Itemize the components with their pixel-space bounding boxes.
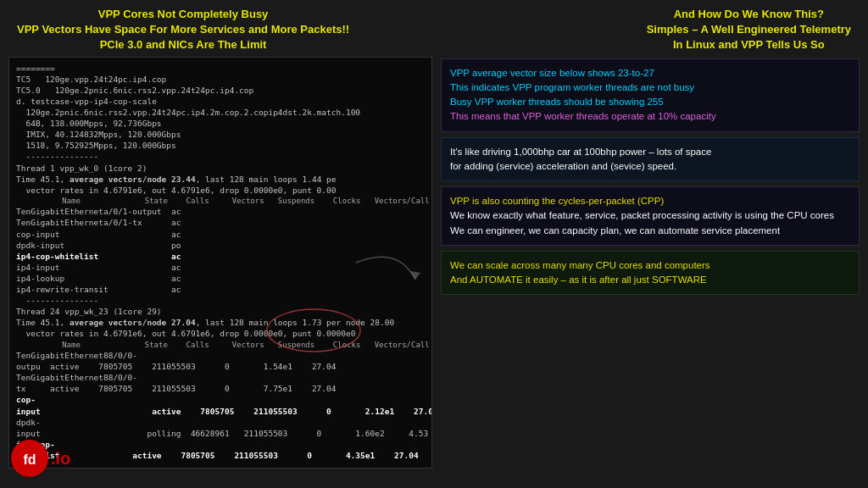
terminal-line: vector rates in 4.6791e6, out 4.6791e6, … — [16, 185, 425, 196]
svg-text:fd: fd — [23, 452, 36, 467]
terminal-line: ip4-input ac — [16, 262, 425, 273]
terminal-line: IMIX, 40.124832Mpps, 120.000Gbps — [16, 129, 425, 140]
terminal-line: cop-input active 7805705 211055503 0 2.1… — [16, 394, 425, 416]
terminal-line: --------------- — [16, 151, 425, 162]
terminal-line: --------------- — [16, 295, 425, 306]
annotation-text-3: VPP is also counting the cycles-per-pack… — [450, 194, 850, 238]
terminal-line: ip4-cop-whitelist ac — [16, 251, 425, 262]
annotation-text-2: It's like driving 1,000bhp car at 100bhp… — [450, 145, 850, 175]
terminal-line: TenGigabitEthernet88/0/0-outpu active 78… — [16, 350, 425, 372]
terminal-line: TC5.0 120ge.2pnic.6nic.rss2.vpp.24t24pc.… — [16, 85, 425, 96]
terminal-line: Time 45.1, average vectors/node 27.04, l… — [16, 317, 425, 328]
annotation-box-2: It's like driving 1,000bhp car at 100bhp… — [441, 137, 860, 182]
thread-24-header: Thread 24 vpp_wk_23 (1core 29) — [16, 306, 425, 317]
terminal-line: ======== — [16, 63, 425, 74]
terminal-col-headers: Name State Calls Vectors Suspends Clocks… — [16, 340, 425, 350]
annotation-area: VPP average vector size below shows 23-t… — [441, 57, 860, 469]
terminal-line: vector rates in 4.6791e6, out 4.6791e6, … — [16, 328, 425, 339]
terminal-line: 120ge.2pnic.6nic.rss2.vpp.24t24pc.ip4.2m… — [16, 107, 425, 118]
page-header: VPP Cores Not Completely Busy VPP Vector… — [0, 0, 868, 57]
terminal-line: TenGigabitEtherneta/0/1-output ac — [16, 206, 425, 217]
terminal-line: 64B, 138.000Mpps, 92,736Gbps — [16, 118, 425, 129]
annotation-box-4: We can scale across many many CPU cores … — [441, 251, 860, 296]
terminal-line: 1518, 9.752925Mpps, 120.000Gbps — [16, 140, 425, 151]
terminal-line: ip4-cop-whitelist active 7805705 2110555… — [16, 439, 425, 461]
terminal-line: ip4-rewrite-transit ac — [16, 284, 425, 295]
terminal-line: cop-input ac — [16, 229, 425, 240]
terminal-line: Time 45.1, average vectors/node 23.44, l… — [16, 174, 425, 185]
terminal-line: ip4-input active 7805705 211055503 0 4.8… — [16, 461, 425, 468]
annotation-box-1: VPP average vector size below shows 23-t… — [441, 58, 860, 132]
terminal-line: TC5 120ge.vpp.24t24pc.ip4.cop — [16, 74, 425, 85]
terminal-line: ip4-lookup ac — [16, 273, 425, 284]
logo-text: .io — [51, 449, 70, 469]
terminal-line: dpdk-input polling 46628961 211055503 0 … — [16, 417, 425, 439]
annotation-box-3: VPP is also counting the cycles-per-pack… — [441, 186, 860, 246]
header-title-right: And How Do We Know This? Simples – A Wel… — [647, 7, 851, 53]
annotation-text-1: VPP average vector size below shows 23-t… — [450, 66, 850, 125]
header-right: And How Do We Know This? Simples – A Wel… — [647, 7, 851, 53]
annotation-text-4: We can scale across many many CPU cores … — [450, 258, 850, 288]
header-left: VPP Cores Not Completely Busy VPP Vector… — [17, 7, 349, 53]
fd-logo-icon: fd — [8, 437, 51, 480]
terminal-col-headers: Name State Calls Vectors Suspends Clocks… — [16, 196, 425, 206]
terminal-line: dpdk-input po — [16, 240, 425, 251]
terminal-line: TenGigabitEthernet88/0/0-tx active 78057… — [16, 372, 425, 394]
terminal-line: TenGigabitEtherneta/0/1-tx ac — [16, 217, 425, 228]
terminal-area: ======== TC5 120ge.vpp.24t24pc.ip4.cop T… — [8, 57, 432, 469]
main-content: ======== TC5 120ge.vpp.24t24pc.ip4.cop T… — [0, 57, 868, 469]
thread-1-header: Thread 1 vpp_wk_0 (1core 2) — [16, 163, 425, 174]
header-title-left: VPP Cores Not Completely Busy VPP Vector… — [17, 7, 349, 53]
logo-area: fd .io — [8, 437, 70, 480]
terminal-line: d. testcase-vpp-ip4-cop-scale — [16, 96, 425, 107]
